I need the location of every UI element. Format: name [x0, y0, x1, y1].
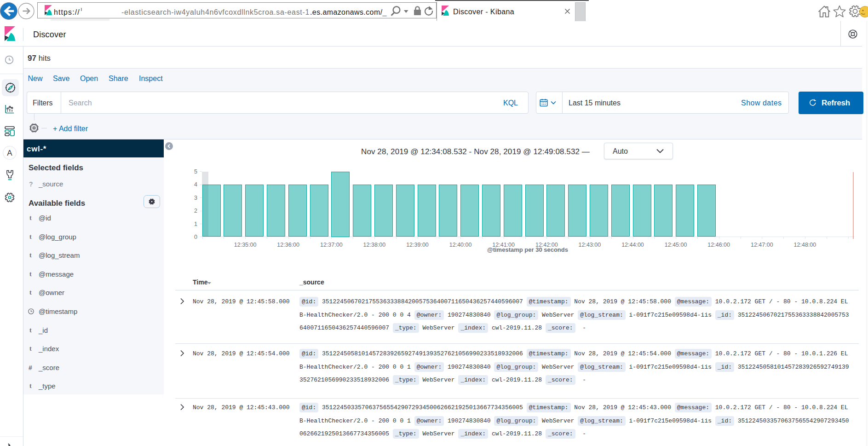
- svg-text:A: A: [7, 149, 12, 157]
